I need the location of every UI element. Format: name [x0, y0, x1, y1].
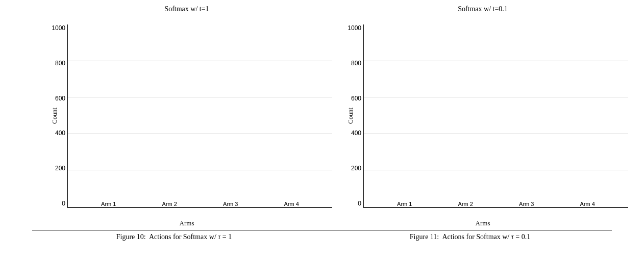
bar-group-2: Arm 2	[139, 199, 201, 207]
y2-tick-800: 800	[346, 60, 361, 67]
bar-group-1: Arm 1	[78, 199, 139, 207]
figure-2: Softmax w/ t=0.1 Count 1000 800 600 400 …	[322, 5, 618, 227]
y-tick-600: 600	[50, 95, 65, 102]
y-tick-800: 800	[50, 60, 65, 67]
bar2-group-3: Arm 3	[496, 199, 557, 207]
divider	[32, 230, 612, 231]
bar2-group-1: Arm 1	[374, 199, 435, 207]
bar-label-arm2: Arm 2	[162, 201, 177, 207]
chart2-title: Softmax w/ t=0.1	[458, 5, 508, 13]
chart1-y-ticks: 1000 800 600 400 200 0	[50, 24, 65, 207]
chart2-area: Count 1000 800 600 400 200 0	[363, 24, 628, 208]
y-tick-1000: 1000	[50, 24, 65, 32]
y-tick-0: 0	[50, 200, 65, 207]
y2-tick-600: 600	[346, 95, 361, 102]
bar-label-arm3: Arm 3	[223, 201, 238, 207]
bar2-label-arm3: Arm 3	[519, 201, 534, 207]
y2-tick-200: 200	[346, 165, 361, 172]
chart2-x-label: Arms	[337, 219, 628, 227]
y2-tick-1000: 1000	[346, 24, 361, 32]
y2-tick-0: 0	[346, 200, 361, 207]
bar-group-3: Arm 3	[200, 199, 261, 207]
chart1-area: Count 1000 800 600 400 200 0	[67, 24, 332, 208]
caption1: Figure 10: Actions for Softmax w/ τ = 1	[26, 233, 322, 241]
bar2-label-arm4: Arm 4	[580, 201, 595, 207]
y-tick-200: 200	[50, 165, 65, 172]
chart1-title: Softmax w/ t=1	[164, 5, 209, 13]
bar2-group-2: Arm 2	[435, 199, 497, 207]
chart2-y-ticks: 1000 800 600 400 200 0	[346, 24, 361, 207]
caption2: Figure 11: Actions for Softmax w/ τ = 0.…	[322, 233, 618, 241]
bar2-group-4: Arm 4	[557, 199, 618, 207]
captions-row: Figure 10: Actions for Softmax w/ τ = 1 …	[0, 233, 644, 241]
caption1-text: Figure 10: Actions for Softmax w/ τ = 1	[116, 233, 232, 241]
bar-label-arm4: Arm 4	[284, 201, 299, 207]
caption2-text: Figure 11: Actions for Softmax w/ τ = 0.…	[410, 233, 530, 241]
figure-1: Softmax w/ t=1 Count 1000 800 600 400 20…	[26, 5, 322, 227]
y-tick-400: 400	[50, 130, 65, 137]
bar-group-4: Arm 4	[261, 199, 323, 207]
chart1-bars: Arm 1 Arm 2 Arm 3 Arm 4	[68, 24, 332, 207]
chart2-bars: Arm 1 Arm 2 Arm 3 Arm 4	[364, 24, 628, 207]
figures-container: Softmax w/ t=1 Count 1000 800 600 400 20…	[0, 0, 644, 227]
bar-label-arm1: Arm 1	[101, 201, 116, 207]
bar2-label-arm2: Arm 2	[458, 201, 473, 207]
chart1-x-label: Arms	[41, 219, 332, 227]
bar2-label-arm1: Arm 1	[397, 201, 412, 207]
y2-tick-400: 400	[346, 130, 361, 137]
